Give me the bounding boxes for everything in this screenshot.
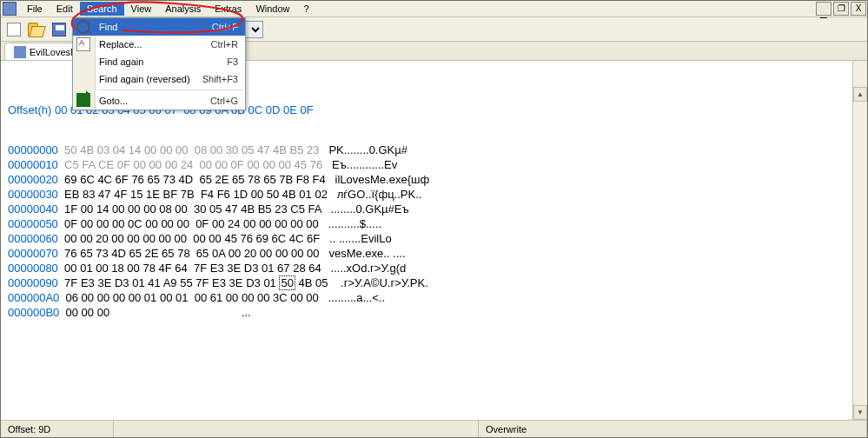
hex-row[interactable]: 00000090 7F E3 3E D3 01 41 A9 55 7F E3 3… bbox=[8, 275, 860, 290]
hex-offset: 00000010 bbox=[8, 158, 58, 171]
hex-row[interactable]: 00000010 C5 FA CE 0F 00 00 00 24 00 00 0… bbox=[8, 157, 860, 172]
replace-icon bbox=[76, 37, 90, 51]
file-icon bbox=[14, 46, 26, 58]
statusbar: Offset: 9D Overwrite bbox=[1, 420, 867, 437]
hex-row[interactable]: 00000030 EB 83 47 4F 15 1E BF 7B F4 F6 1… bbox=[8, 187, 860, 202]
menu-item-find[interactable]: FindCtrl+F bbox=[73, 18, 245, 36]
menu-item-shortcut: F3 bbox=[227, 56, 238, 67]
menu-file[interactable]: File bbox=[20, 2, 50, 16]
hex-row[interactable]: 00000020 69 6C 4C 6F 76 65 73 4D 65 2E 6… bbox=[8, 172, 860, 187]
hex-ascii: PK........0.GKµ# bbox=[328, 143, 407, 156]
app-icon bbox=[3, 2, 17, 16]
hex-bytes: 1F 00 14 00 00 00 08 00 30 05 47 4B B5 2… bbox=[64, 202, 321, 216]
hex-row[interactable]: 00000050 0F 00 00 00 0C 00 00 00 0F 00 2… bbox=[8, 216, 860, 231]
hex-offset: 00000090 bbox=[8, 276, 58, 289]
hex-ascii: ... bbox=[242, 306, 251, 319]
hex-bytes: 50 4B 03 04 14 00 00 00 08 00 30 05 47 4… bbox=[64, 143, 319, 156]
menu-item-find-again[interactable]: Find againF3 bbox=[73, 53, 245, 70]
hex-row[interactable]: 00000080 00 01 00 18 00 78 4F 64 7F E3 3… bbox=[8, 261, 860, 275]
menu-item-shortcut: Ctrl+R bbox=[211, 39, 238, 50]
menu-item-label: Find again (reversed) bbox=[99, 74, 190, 84]
menu-q[interactable]: ? bbox=[297, 2, 316, 16]
hex-offset: 00000080 bbox=[8, 262, 58, 275]
menu-item-label: Goto... bbox=[99, 96, 128, 106]
hex-editor-view[interactable]: ▲ ▼ Offset(h) 00 01 02 03 04 05 06 07 08… bbox=[1, 61, 867, 420]
window-controls: _ ❐ X bbox=[816, 2, 866, 16]
menu-edit[interactable]: Edit bbox=[50, 2, 80, 16]
hex-row[interactable]: 00000070 76 65 73 4D 65 2E 65 78 65 0A 0… bbox=[8, 246, 860, 261]
hex-bytes: C5 FA CE 0F 00 00 00 24 00 00 0F 00 00 0… bbox=[64, 158, 322, 171]
menu-item-find-again--reversed-[interactable]: Find again (reversed)Shift+F3 bbox=[73, 70, 245, 88]
scroll-up-button[interactable]: ▲ bbox=[853, 87, 867, 102]
hex-ascii: ilLovesMe.exe{шф bbox=[335, 173, 430, 186]
hex-row[interactable]: 000000A0 06 00 00 00 00 01 00 01 00 61 0… bbox=[8, 290, 860, 305]
hex-bytes: 0F 00 00 00 0C 00 00 00 0F 00 24 00 00 0… bbox=[64, 217, 319, 230]
hex-ascii: ..........$..... bbox=[328, 217, 381, 230]
goto-icon bbox=[76, 93, 90, 107]
scroll-down-button[interactable]: ▼ bbox=[853, 405, 867, 420]
menubar: FileEditSearchViewAnalysisExtrasWindow? … bbox=[1, 1, 867, 17]
menu-item-label: Replace... bbox=[99, 39, 142, 50]
menu-item-shortcut: Ctrl+G bbox=[210, 96, 238, 106]
hex-ascii: vesMe.exe.. .... bbox=[328, 247, 405, 260]
save-icon bbox=[52, 23, 66, 36]
restore-button[interactable]: ❐ bbox=[833, 2, 849, 16]
menu-extras[interactable]: Extras bbox=[208, 2, 248, 16]
menu-item-label: Find bbox=[99, 22, 117, 32]
hex-ascii: лѓGO..ї{фц..PK.. bbox=[337, 188, 422, 201]
status-mid bbox=[114, 421, 479, 437]
hex-offset: 00000060 bbox=[8, 232, 58, 245]
hex-row[interactable]: 00000060 00 00 20 00 00 00 00 00 00 00 4… bbox=[8, 231, 860, 246]
hex-offset: 000000A0 bbox=[8, 291, 59, 304]
status-offset: Offset: 9D bbox=[1, 421, 114, 437]
hex-bytes: EB 83 47 4F 15 1E BF 7B F4 F6 1D 00 50 4… bbox=[64, 188, 328, 201]
hex-ascii: .....xOd.г>У.g(d bbox=[331, 262, 407, 275]
hex-offset: 00000030 bbox=[8, 188, 58, 201]
status-mode: Overwrite bbox=[479, 421, 867, 437]
hex-offset: 00000050 bbox=[8, 217, 58, 230]
tab-filename: EvilLovesM bbox=[30, 47, 78, 57]
menu-view[interactable]: View bbox=[124, 2, 159, 16]
menu-item-label: Find again bbox=[99, 56, 143, 67]
menu-analysis[interactable]: Analysis bbox=[158, 2, 208, 16]
hex-ascii: .. .......EvilLo bbox=[329, 232, 392, 245]
search-menu-dropdown: FindCtrl+FReplace...Ctrl+RFind againF3Fi… bbox=[72, 17, 246, 110]
new-file-icon bbox=[7, 23, 21, 36]
hex-ascii: .........a...<.. bbox=[328, 291, 385, 304]
close-button[interactable]: X bbox=[851, 2, 866, 16]
menu-item-replace---[interactable]: Replace...Ctrl+R bbox=[73, 36, 245, 53]
hex-row[interactable]: 000000B0 00 00 00 ... bbox=[8, 305, 860, 320]
hex-row[interactable]: 00000000 50 4B 03 04 14 00 00 00 08 00 3… bbox=[8, 143, 860, 157]
app-window: _ ❐ X FileEditSearchViewAnalysisExtrasWi… bbox=[0, 0, 868, 438]
open-folder-icon bbox=[28, 23, 38, 36]
menu-item-shortcut: Ctrl+F bbox=[212, 22, 238, 32]
hex-offset: 00000070 bbox=[8, 247, 58, 260]
hex-row[interactable]: 00000040 1F 00 14 00 00 00 08 00 30 05 4… bbox=[8, 202, 860, 216]
hex-bytes: 00 00 00 bbox=[66, 306, 110, 319]
hex-bytes: 76 65 73 4D 65 2E 65 78 65 0A 00 20 00 0… bbox=[64, 247, 319, 260]
save-file-button[interactable] bbox=[50, 20, 69, 39]
hex-offset: 00000020 bbox=[8, 173, 58, 186]
hex-offset: 00000000 bbox=[8, 143, 58, 156]
hex-ascii: ........0.GKµ#Eъ bbox=[331, 202, 409, 216]
minimize-button[interactable]: _ bbox=[816, 2, 832, 16]
vertical-scrollbar[interactable]: ▲ ▼ bbox=[852, 61, 867, 420]
find-icon bbox=[76, 20, 90, 34]
hex-bytes: 69 6C 4C 6F 76 65 73 4D 65 2E 65 78 65 7… bbox=[64, 173, 326, 186]
hex-cursor-byte[interactable]: 50 bbox=[279, 275, 295, 290]
new-file-button[interactable] bbox=[4, 20, 23, 39]
menu-item-goto---[interactable]: Goto...Ctrl+G bbox=[73, 92, 245, 110]
hex-bytes: 00 00 20 00 00 00 00 00 00 00 45 76 69 6… bbox=[64, 232, 320, 245]
menu-window[interactable]: Window bbox=[248, 2, 296, 16]
menu-separator bbox=[97, 90, 243, 90]
hex-offset: 000000B0 bbox=[8, 306, 59, 319]
hex-bytes: 00 01 00 18 00 78 4F 64 7F E3 3E D3 01 6… bbox=[64, 262, 321, 275]
menu-search[interactable]: Search bbox=[80, 2, 124, 16]
hex-offset: 00000040 bbox=[8, 202, 58, 216]
hex-bytes: 06 00 00 00 00 01 00 01 00 61 00 00 00 3… bbox=[66, 291, 319, 304]
open-file-button[interactable] bbox=[27, 20, 46, 39]
hex-ascii: .г>У.A©U.г>У.PK. bbox=[341, 276, 428, 289]
hex-ascii: Eъ............Ev bbox=[332, 158, 397, 171]
menu-item-shortcut: Shift+F3 bbox=[202, 74, 238, 84]
